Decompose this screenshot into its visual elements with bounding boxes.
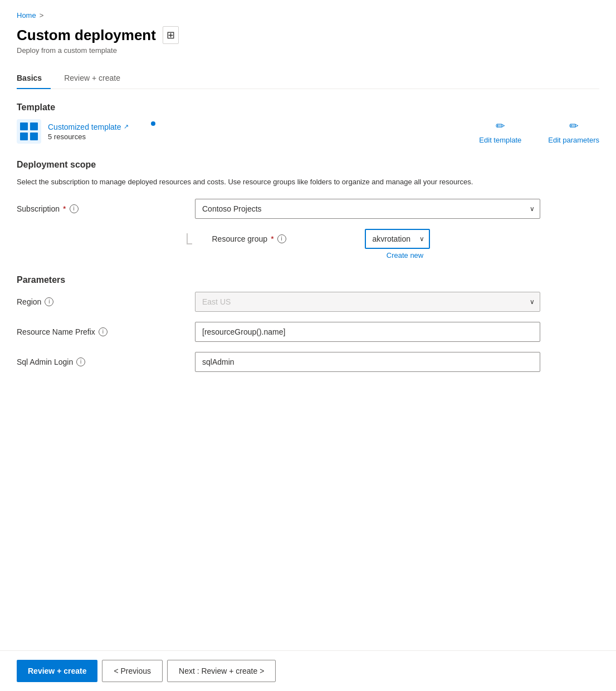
svg-rect-2 <box>30 122 38 130</box>
resource-name-prefix-label: Resource Name Prefix i <box>17 327 195 336</box>
region-info-icon[interactable]: i <box>45 297 53 306</box>
resource-group-select[interactable]: akvrotation <box>365 229 430 249</box>
resource-group-field: akvrotation ∨ <box>365 229 430 249</box>
previous-button[interactable]: < Previous <box>102 660 163 682</box>
template-section-title: Template <box>17 102 599 112</box>
breadcrumb: Home > <box>17 11 599 19</box>
template-actions: ✏ Edit template ✏ Edit parameters <box>479 119 599 144</box>
resource-group-inner: Resource group * i akvrotation ∨ <box>187 229 430 249</box>
rg-bracket-decoration <box>187 233 192 244</box>
template-link[interactable]: Customized template ↗ <box>48 122 129 131</box>
edit-template-label: Edit template <box>479 136 521 144</box>
resource-group-info-icon[interactable]: i <box>277 234 286 243</box>
tab-review-create[interactable]: Review + create <box>64 68 129 89</box>
template-status-dot <box>151 121 155 126</box>
footer: Review + create < Previous Next : Review… <box>0 650 616 691</box>
region-row: Region i East US ∨ <box>17 292 599 312</box>
region-field: East US ∨ <box>195 292 540 312</box>
resource-group-required: * <box>271 234 273 243</box>
template-card: Customized template ↗ 5 resources ✏ Edit… <box>17 119 599 144</box>
template-resources-count: 5 resources <box>48 133 129 141</box>
resource-group-row: Resource group * i akvrotation ∨ Create … <box>17 229 599 259</box>
page-subtitle: Deploy from a custom template <box>17 46 599 55</box>
subscription-label: Subscription * i <box>17 204 195 213</box>
subscription-required: * <box>63 204 66 213</box>
region-select[interactable]: East US <box>195 292 540 312</box>
svg-rect-3 <box>20 133 28 140</box>
region-label: Region i <box>17 297 195 306</box>
parameters-section: Parameters Region i East US ∨ Resource N… <box>17 275 599 372</box>
resource-name-prefix-info-icon[interactable]: i <box>99 327 107 336</box>
edit-parameters-label: Edit parameters <box>548 136 599 144</box>
page-header: Custom deployment ⊞ <box>17 26 599 44</box>
subscription-select[interactable]: Contoso Projects <box>195 199 540 219</box>
template-section: Template Customized template ↗ 5 resourc… <box>17 102 599 144</box>
sql-admin-login-row: Sql Admin Login i <box>17 352 599 372</box>
deployment-scope-section: Deployment scope Select the subscription… <box>17 160 599 259</box>
print-icon[interactable]: ⊞ <box>163 26 179 44</box>
resource-group-select-wrapper: akvrotation ∨ <box>365 229 430 249</box>
subscription-row: Subscription * i Contoso Projects ∨ <box>17 199 599 219</box>
sql-admin-login-label: Sql Admin Login i <box>17 357 195 366</box>
template-text-group: Customized template ↗ 5 resources <box>48 122 129 141</box>
deployment-scope-title: Deployment scope <box>17 160 599 170</box>
scope-description: Select the subscription to manage deploy… <box>17 177 599 188</box>
resource-name-prefix-input[interactable] <box>195 322 540 342</box>
subscription-field: Contoso Projects ∨ <box>195 199 540 219</box>
resource-group-label: Resource group * i <box>197 234 375 243</box>
resource-name-prefix-field <box>195 322 540 342</box>
template-grid-icon <box>17 119 41 144</box>
subscription-info-icon[interactable]: i <box>70 204 79 213</box>
template-info: Customized template ↗ 5 resources <box>17 119 129 144</box>
sql-admin-login-info-icon[interactable]: i <box>76 357 85 366</box>
breadcrumb-home-link[interactable]: Home <box>17 11 36 19</box>
next-button[interactable]: Next : Review + create > <box>167 660 276 682</box>
edit-parameters-button[interactable]: ✏ Edit parameters <box>548 119 599 144</box>
subscription-select-wrapper: Contoso Projects ∨ <box>195 199 540 219</box>
sql-admin-login-field <box>195 352 540 372</box>
sql-admin-login-input[interactable] <box>195 352 540 372</box>
region-select-wrapper: East US ∨ <box>195 292 540 312</box>
parameters-section-title: Parameters <box>17 275 599 285</box>
svg-rect-1 <box>20 122 28 130</box>
edit-parameters-icon: ✏ <box>569 119 579 133</box>
tabs-container: Basics Review + create <box>17 68 599 89</box>
resource-name-prefix-row: Resource Name Prefix i <box>17 322 599 342</box>
breadcrumb-separator: > <box>40 11 44 19</box>
create-new-link[interactable]: Create new <box>387 251 423 259</box>
external-link-icon: ↗ <box>124 123 129 130</box>
rg-indent: Resource group * i <box>187 233 365 244</box>
tab-basics[interactable]: Basics <box>17 68 51 89</box>
svg-rect-4 <box>30 133 38 140</box>
page-title: Custom deployment <box>17 27 156 44</box>
edit-template-icon: ✏ <box>496 119 505 133</box>
edit-template-button[interactable]: ✏ Edit template <box>479 119 521 144</box>
review-create-button[interactable]: Review + create <box>17 660 97 682</box>
